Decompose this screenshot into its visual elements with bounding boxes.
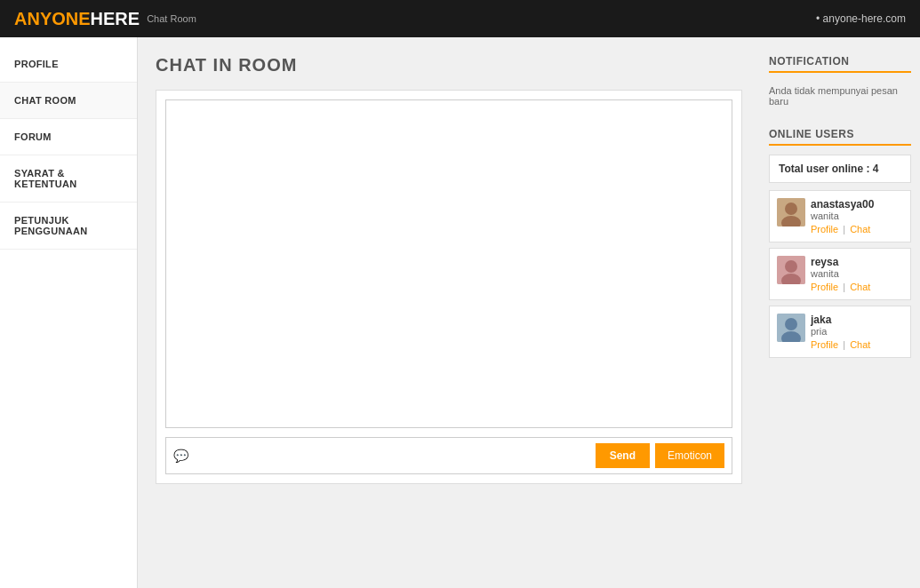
profile-link-0[interactable]: Profile: [811, 224, 838, 234]
user-name-2: jaka: [811, 314, 903, 326]
user-actions-0: Profile | Chat: [811, 224, 903, 234]
right-sidebar: NOTIFICATION Anda tidak mempunyai pesan …: [760, 37, 920, 588]
user-info-2: jaka pria Profile | Chat: [811, 314, 903, 350]
send-button[interactable]: Send: [596, 443, 650, 468]
user-card-0: anastasya00 wanita Profile | Chat: [769, 190, 911, 242]
user-actions-2: Profile | Chat: [811, 339, 903, 350]
user-info-1: reysa wanita Profile | Chat: [811, 256, 903, 292]
user-gender-2: pria: [811, 326, 903, 337]
user-gender-0: wanita: [811, 211, 903, 221]
separator-0: |: [843, 224, 848, 234]
logo: ANYONEHERE Chat Room: [14, 9, 196, 29]
user-name-0: anastasya00: [811, 198, 903, 211]
header: ANYONEHERE Chat Room • anyone-here.com: [0, 0, 920, 37]
chat-messages[interactable]: [165, 99, 732, 428]
online-users-title: ONLINE USERS: [769, 128, 911, 146]
user-card-inner-0: anastasya00 wanita Profile | Chat: [777, 198, 903, 234]
svg-point-4: [785, 260, 797, 273]
notification-box: NOTIFICATION Anda tidak mempunyai pesan …: [769, 55, 911, 110]
svg-point-1: [785, 203, 797, 215]
profile-link-1[interactable]: Profile: [811, 282, 838, 292]
notification-title: NOTIFICATION: [769, 55, 911, 73]
separator-2: |: [843, 339, 848, 350]
user-info-0: anastasya00 wanita Profile | Chat: [811, 198, 903, 234]
sidebar-item-syarat[interactable]: SYARAT & KETENTUAN: [0, 155, 137, 203]
sidebar-item-profile[interactable]: PROFILE: [0, 46, 137, 83]
user-card-inner-1: reysa wanita Profile | Chat: [777, 256, 903, 292]
chat-bubble-icon: 💬: [173, 449, 188, 463]
chat-link-2[interactable]: Chat: [850, 339, 870, 350]
user-avatar-1: [777, 256, 805, 284]
logo-here: HERE: [91, 9, 140, 28]
logo-anyone: ANYONE: [14, 9, 91, 28]
sidebar-item-chatroom[interactable]: CHAT ROOM: [0, 83, 137, 119]
user-card-inner-2: jaka pria Profile | Chat: [777, 314, 903, 350]
site-link: • anyone-here.com: [816, 12, 906, 25]
profile-link-2[interactable]: Profile: [811, 339, 838, 350]
chat-input-row: 💬 Send Emoticon: [165, 437, 732, 474]
user-name-1: reysa: [811, 256, 903, 268]
online-users-box: ONLINE USERS Total user online : 4 anast…: [769, 128, 911, 358]
total-online: Total user online : 4: [769, 155, 911, 183]
user-actions-1: Profile | Chat: [811, 282, 903, 292]
breadcrumb-link[interactable]: Chat Room: [147, 13, 196, 24]
separator-1: |: [843, 282, 848, 292]
page-title: CHAT IN ROOM: [156, 55, 742, 75]
logo-text: ANYONEHERE: [14, 9, 140, 29]
user-gender-1: wanita: [811, 268, 903, 279]
chat-container: 💬 Send Emoticon: [156, 90, 742, 484]
chat-input[interactable]: [194, 449, 590, 462]
sidebar: PROFILE CHAT ROOM FORUM SYARAT & KETENTU…: [0, 37, 138, 588]
user-card-1: reysa wanita Profile | Chat: [769, 248, 911, 300]
user-avatar-2: [777, 314, 805, 342]
notification-text: Anda tidak mempunyai pesan baru: [769, 82, 911, 110]
emoticon-button[interactable]: Emoticon: [655, 443, 724, 468]
chat-link-1[interactable]: Chat: [850, 282, 870, 292]
chat-link-0[interactable]: Chat: [850, 224, 870, 234]
user-card-2: jaka pria Profile | Chat: [769, 306, 911, 358]
sidebar-item-forum[interactable]: FORUM: [0, 119, 137, 155]
user-avatar-0: [777, 198, 805, 226]
main-content: CHAT IN ROOM 💬 Send Emoticon: [138, 37, 760, 588]
svg-point-7: [785, 318, 797, 330]
sidebar-item-petunjuk[interactable]: PETUNJUK PENGGUNAAN: [0, 203, 137, 250]
layout: PROFILE CHAT ROOM FORUM SYARAT & KETENTU…: [0, 37, 920, 588]
